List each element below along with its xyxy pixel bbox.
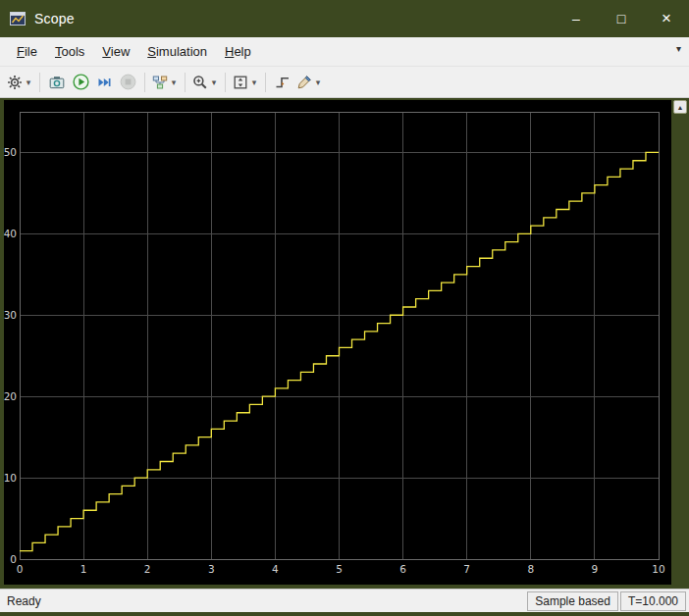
x-tick-label: 7 <box>463 563 470 575</box>
y-tick-label: 0 <box>10 553 17 565</box>
zoom-button[interactable]: ▾ <box>190 70 220 95</box>
x-tick-label: 1 <box>80 563 87 575</box>
span-axes-button[interactable]: ▾ <box>231 70 260 95</box>
simulation-time-indicator: T=10.000 <box>620 591 686 611</box>
y-tick-label: 20 <box>4 390 17 402</box>
menu-simulation[interactable]: Simulation <box>138 39 216 64</box>
toolbar-separator <box>225 73 226 92</box>
x-tick-label: 10 <box>652 563 664 575</box>
sample-mode-indicator: Sample based <box>527 591 618 611</box>
toolbar-separator <box>185 73 186 92</box>
play-icon <box>73 74 89 90</box>
dropdown-arrow-icon[interactable]: ▾ <box>210 77 218 87</box>
x-tick-label: 3 <box>208 563 215 575</box>
toolbar-separator <box>39 73 40 92</box>
dropdown-arrow-icon[interactable]: ▾ <box>314 77 322 87</box>
run-button[interactable] <box>69 70 92 95</box>
stop-button[interactable] <box>116 70 139 95</box>
magnifier-icon <box>192 75 208 90</box>
menu-tools[interactable]: Tools <box>46 39 93 64</box>
scope-app-icon <box>10 11 26 26</box>
x-tick-label: 9 <box>592 563 599 575</box>
window-bottom-border <box>0 612 689 616</box>
step-forward-button[interactable] <box>92 70 116 95</box>
menu-help[interactable]: Help <box>216 39 260 64</box>
step-forward-icon <box>96 75 112 90</box>
y-tick-label: 50 <box>4 146 17 158</box>
maximize-button[interactable]: □ <box>599 0 644 37</box>
gear-icon <box>7 75 23 90</box>
measurements-button[interactable]: ▾ <box>294 70 324 95</box>
stop-icon <box>120 74 136 90</box>
titlebar[interactable]: Scope – □ × <box>0 0 689 37</box>
y-tick-label: 40 <box>4 228 17 239</box>
y-tick-label: 30 <box>4 309 17 321</box>
x-tick-label: 2 <box>144 563 151 575</box>
window-title: Scope <box>34 11 75 26</box>
blocks-icon <box>152 75 168 90</box>
fit-axes-icon <box>233 75 248 90</box>
x-tick-label: 6 <box>399 563 406 575</box>
dropdown-arrow-icon[interactable]: ▾ <box>170 77 178 87</box>
plot-area: 01234567891001020304050 ▲ <box>0 98 689 589</box>
close-button[interactable]: × <box>644 0 689 37</box>
minimize-button[interactable]: – <box>554 0 599 37</box>
dropdown-arrow-icon[interactable]: ▾ <box>250 77 258 87</box>
trigger-icon <box>275 75 291 90</box>
scope-window: Scope – □ × File Tools View Simulation H… <box>0 0 689 616</box>
menu-overflow-icon[interactable]: ▾ <box>676 43 681 54</box>
status-message: Ready <box>0 594 526 608</box>
trigger-button[interactable] <box>271 70 294 95</box>
plot-canvas[interactable]: 01234567891001020304050 <box>4 100 671 585</box>
brush-icon <box>296 75 312 90</box>
toolbar-separator <box>144 73 145 92</box>
scope-axes[interactable]: 01234567891001020304050 <box>4 100 671 585</box>
signal-selector-button[interactable]: ▾ <box>150 70 180 95</box>
configuration-properties-button[interactable]: ▾ <box>5 70 34 95</box>
camera-icon <box>49 75 65 90</box>
plot-background <box>4 100 671 585</box>
statusbar: Ready Sample based T=10.000 <box>0 589 689 612</box>
menu-file[interactable]: File <box>8 39 46 64</box>
toolbar: ▾ <box>0 67 689 98</box>
toolbar-separator <box>265 73 266 92</box>
x-tick-label: 5 <box>336 563 343 575</box>
menu-view[interactable]: View <box>93 39 138 64</box>
x-tick-label: 4 <box>272 563 279 575</box>
simulink-snapshot-button[interactable] <box>45 70 69 95</box>
y-tick-label: 10 <box>4 472 17 484</box>
scroll-top-button[interactable]: ▲ <box>673 100 687 114</box>
x-tick-label: 8 <box>527 563 534 575</box>
dropdown-arrow-icon[interactable]: ▾ <box>25 77 32 87</box>
menubar: File Tools View Simulation Help ▾ <box>0 37 689 67</box>
x-tick-label: 0 <box>17 563 24 575</box>
